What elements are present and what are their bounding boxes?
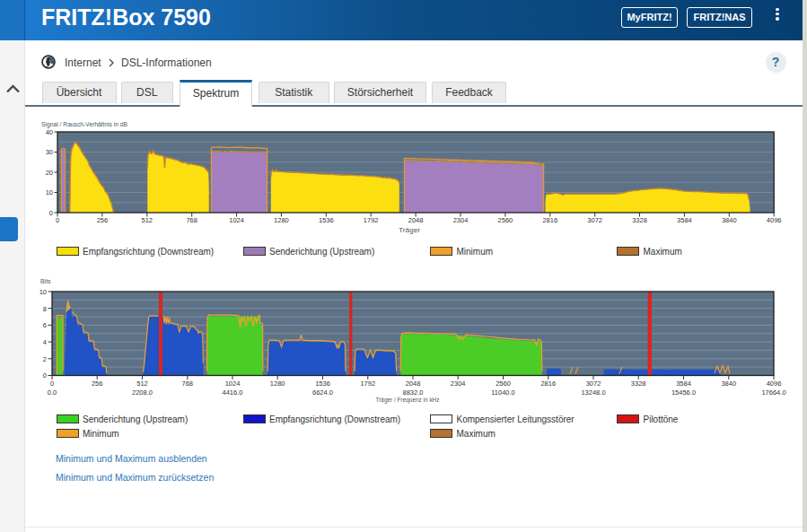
svg-text:256: 256 [97,216,109,224]
svg-text:30: 30 [46,148,53,156]
svg-text:Bits: Bits [40,277,51,285]
svg-text:2304: 2304 [451,379,466,388]
svg-text:17664.0: 17664.0 [761,388,785,397]
svg-text:0: 0 [49,209,53,217]
svg-text:3072: 3072 [586,379,601,388]
svg-text:3328: 3328 [632,216,647,224]
svg-text:512: 512 [136,379,148,388]
svg-text:11040.0: 11040.0 [491,388,515,397]
svg-text:2304: 2304 [453,216,469,224]
svg-text:1024: 1024 [225,379,241,388]
svg-text:Träger: Träger [399,226,421,234]
svg-text:3072: 3072 [587,216,602,224]
svg-text:2816: 2816 [542,216,557,224]
svg-text:3840: 3840 [721,379,736,388]
svg-text:512: 512 [142,216,154,224]
svg-text:0: 0 [56,216,59,224]
svg-text:6624.0: 6624.0 [312,388,333,397]
svg-text:Träger / Frequenz in kHz: Träger / Frequenz in kHz [376,396,440,404]
svg-text:1792: 1792 [360,379,375,388]
svg-text:3328: 3328 [631,379,646,388]
svg-text:1792: 1792 [364,216,379,224]
svg-text:6: 6 [43,321,47,329]
svg-text:40: 40 [46,128,53,136]
svg-text:2560: 2560 [496,379,511,388]
svg-text:4416.0: 4416.0 [223,388,243,397]
svg-text:8: 8 [43,305,47,313]
svg-text:2816: 2816 [540,379,556,388]
svg-text:20: 20 [46,169,53,177]
svg-text:0: 0 [50,379,54,388]
svg-text:2208.0: 2208.0 [132,388,153,397]
svg-text:15456.0: 15456.0 [671,388,696,397]
svg-text:4096: 4096 [767,216,782,224]
svg-text:0: 0 [43,371,47,379]
svg-text:4096: 4096 [767,379,782,388]
svg-text:2560: 2560 [498,216,513,224]
svg-text:2048: 2048 [406,379,421,388]
svg-text:10: 10 [39,288,47,296]
svg-text:1536: 1536 [319,216,334,224]
svg-text:1024: 1024 [229,216,244,224]
svg-text:768: 768 [186,216,197,224]
svg-text:3840: 3840 [722,216,737,224]
svg-text:2: 2 [43,355,47,363]
svg-text:1280: 1280 [270,379,285,388]
svg-text:10: 10 [46,188,53,196]
svg-text:2048: 2048 [408,216,424,224]
svg-text:1280: 1280 [274,216,289,224]
svg-text:4: 4 [43,338,47,346]
svg-text:3584: 3584 [677,216,692,224]
svg-text:1536: 1536 [315,379,330,388]
svg-text:256: 256 [92,379,103,388]
svg-text:13248.0: 13248.0 [581,388,605,397]
svg-text:Signal / Rausch-Verhältnis in: Signal / Rausch-Verhältnis in dB [41,120,127,128]
svg-text:0.0: 0.0 [48,388,57,397]
svg-text:768: 768 [182,379,194,388]
svg-text:3584: 3584 [676,379,691,388]
